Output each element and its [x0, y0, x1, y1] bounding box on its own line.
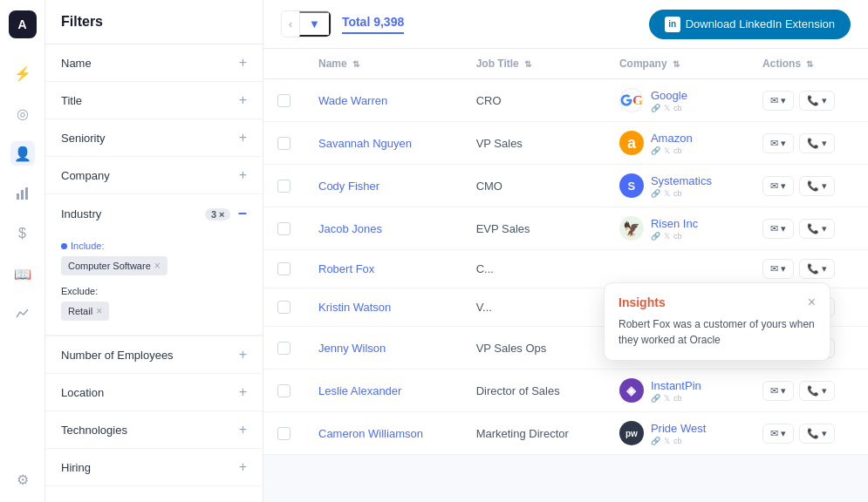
- twitter-icon[interactable]: 𝕏: [664, 104, 670, 112]
- sidebar-item-reports[interactable]: [10, 181, 35, 206]
- col-company[interactable]: Company ⇅: [605, 49, 748, 79]
- filter-technologies-label: Technologies: [61, 424, 127, 437]
- email-action-btn[interactable]: ✉ ▾: [762, 381, 794, 401]
- row-checkbox[interactable]: [277, 262, 290, 275]
- sidebar-item-book[interactable]: 📖: [10, 261, 35, 286]
- twitter-icon[interactable]: 𝕏: [664, 146, 670, 155]
- phone-action-btn[interactable]: 📞 ▾: [799, 259, 835, 279]
- row-checkbox[interactable]: [277, 301, 290, 314]
- linkedin-extension-button[interactable]: in Download LinkedIn Extension: [649, 10, 851, 39]
- link-icon[interactable]: 🔗: [651, 437, 660, 445]
- linkedin-btn-label: Download LinkedIn Extension: [686, 17, 835, 31]
- row-checkbox[interactable]: [277, 94, 290, 107]
- sidebar-item-settings[interactable]: ⚙: [10, 467, 35, 492]
- row-checkbox[interactable]: [277, 180, 290, 193]
- filter-hiring[interactable]: Hiring +: [45, 449, 263, 486]
- company-name[interactable]: Pride West: [651, 422, 706, 435]
- company-name[interactable]: Systematics: [651, 174, 712, 187]
- cb-icon[interactable]: cb: [673, 146, 682, 155]
- sidebar-item-dollar[interactable]: $: [10, 221, 35, 246]
- cb-icon[interactable]: cb: [673, 437, 682, 445]
- prev-arrow[interactable]: ‹: [282, 14, 299, 35]
- link-icon[interactable]: 🔗: [651, 189, 660, 198]
- filter-location[interactable]: Location +: [45, 374, 263, 411]
- sidebar-item-activity[interactable]: ⚡: [10, 61, 35, 85]
- link-icon[interactable]: 🔗: [651, 146, 660, 155]
- twitter-icon[interactable]: 𝕏: [664, 189, 670, 198]
- col-name[interactable]: Name ⇅: [304, 49, 462, 79]
- person-name[interactable]: Savannah Nguyen: [318, 137, 412, 150]
- row-checkbox[interactable]: [277, 137, 290, 150]
- twitter-icon[interactable]: 𝕏: [664, 232, 670, 241]
- company-name[interactable]: Risen Inc: [651, 217, 698, 230]
- email-action-btn[interactable]: ✉ ▾: [762, 176, 794, 196]
- company-logo: ◈: [619, 378, 644, 403]
- row-checkbox[interactable]: [277, 342, 290, 355]
- filter-name[interactable]: Name +: [45, 44, 263, 82]
- insights-close-button[interactable]: ×: [808, 295, 816, 309]
- link-icon[interactable]: 🔗: [651, 232, 660, 241]
- filter-employees[interactable]: Number of Employees +: [45, 336, 263, 374]
- phone-action-btn[interactable]: 📞 ▾: [799, 176, 835, 196]
- person-name[interactable]: Jacob Jones: [318, 222, 382, 235]
- filter-company[interactable]: Company +: [45, 157, 263, 194]
- email-action-btn[interactable]: ✉ ▾: [762, 219, 794, 239]
- filter-seniority[interactable]: Seniority +: [45, 119, 263, 157]
- filter-title[interactable]: Title +: [45, 82, 263, 119]
- person-name[interactable]: Jenny Wilson: [318, 342, 386, 355]
- person-name[interactable]: Robert Fox: [318, 262, 374, 275]
- link-icon[interactable]: 🔗: [651, 394, 660, 403]
- phone-action-btn[interactable]: 📞 ▾: [799, 381, 835, 401]
- phone-action-btn[interactable]: 📞 ▾: [799, 133, 835, 153]
- job-title: Director of Sales: [476, 384, 560, 397]
- industry-exclude-tag-label: Retail: [68, 306, 92, 316]
- col-company-label: Company: [619, 58, 667, 70]
- col-jobtitle-label: Job Title: [476, 58, 519, 70]
- cb-icon[interactable]: cb: [673, 394, 682, 403]
- table-row: Jacob Jones EVP Sales 🦅 Risen Inc 🔗 𝕏 cb: [263, 207, 868, 250]
- row-checkbox[interactable]: [277, 427, 290, 440]
- col-jobtitle-sort-icon: ⇅: [524, 59, 531, 69]
- email-action-btn[interactable]: ✉ ▾: [762, 133, 794, 153]
- col-actions[interactable]: Actions ⇅: [748, 49, 868, 79]
- twitter-icon[interactable]: 𝕏: [664, 394, 670, 403]
- job-title: C...: [476, 262, 494, 275]
- svg-rect-2: [25, 187, 28, 200]
- industry-tag-remove-icon[interactable]: ×: [154, 260, 161, 272]
- cb-icon[interactable]: cb: [673, 189, 682, 198]
- filter-hiring-label: Hiring: [61, 461, 91, 474]
- person-name[interactable]: Cameron Williamson: [318, 427, 423, 440]
- job-title: Marketing Director: [476, 427, 569, 440]
- filter-toggle-btn[interactable]: ▼: [299, 11, 331, 37]
- row-checkbox[interactable]: [277, 222, 290, 235]
- filter-employees-label: Number of Employees: [61, 349, 174, 362]
- link-icon[interactable]: 🔗: [651, 104, 660, 112]
- filter-industry-section: Industry 3 × − Include: Computer Softwar…: [45, 194, 263, 336]
- sidebar-item-chart[interactable]: [10, 302, 35, 326]
- person-name[interactable]: Cody Fisher: [318, 180, 379, 193]
- phone-action-btn[interactable]: 📞 ▾: [799, 219, 835, 239]
- company-name[interactable]: InstantPin: [651, 379, 701, 392]
- col-jobtitle[interactable]: Job Title ⇅: [462, 49, 605, 79]
- twitter-icon[interactable]: 𝕏: [664, 437, 670, 445]
- filter-name-label: Name: [61, 57, 92, 70]
- sidebar-item-search[interactable]: ◎: [10, 101, 35, 126]
- phone-action-btn[interactable]: 📞 ▾: [799, 91, 835, 111]
- company-name[interactable]: Google: [651, 89, 687, 102]
- phone-action-btn[interactable]: 📞 ▾: [799, 424, 835, 444]
- filter-industry-minus-icon[interactable]: −: [237, 205, 247, 223]
- row-checkbox[interactable]: [277, 384, 290, 397]
- person-name[interactable]: Wade Warren: [318, 94, 387, 107]
- industry-exclude-tag-remove-icon[interactable]: ×: [96, 305, 102, 317]
- person-name[interactable]: Leslie Alexander: [318, 384, 401, 397]
- person-name[interactable]: Kristin Watson: [318, 301, 391, 314]
- cb-icon[interactable]: cb: [673, 232, 682, 241]
- email-action-btn[interactable]: ✉ ▾: [762, 259, 794, 279]
- sidebar-item-people[interactable]: 👤: [10, 141, 35, 166]
- cb-icon[interactable]: cb: [673, 104, 682, 112]
- filter-industry-label: Industry: [61, 207, 101, 220]
- email-action-btn[interactable]: ✉ ▾: [762, 424, 794, 444]
- email-action-btn[interactable]: ✉ ▾: [762, 91, 794, 111]
- filter-technologies[interactable]: Technologies +: [45, 411, 263, 449]
- company-name[interactable]: Amazon: [651, 132, 693, 145]
